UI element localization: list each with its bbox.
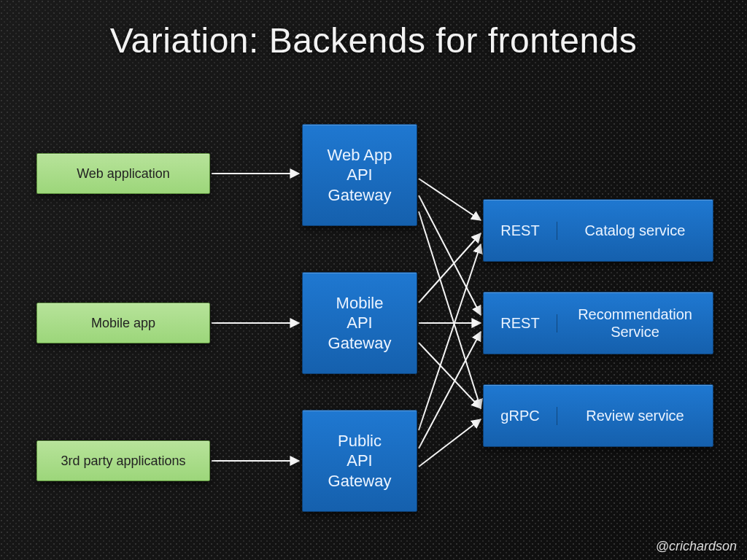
service-recommendation-protocol: REST xyxy=(484,314,557,332)
gateway-public-label: Public API Gateway xyxy=(328,431,392,491)
author-handle: @crichardson xyxy=(656,539,737,554)
gateway-mobile-label: Mobile API Gateway xyxy=(328,293,392,354)
gateway-web-api: Web App API Gateway xyxy=(302,124,417,226)
arrow-webgw-to-review xyxy=(419,211,481,408)
gateway-mobile-api: Mobile API Gateway xyxy=(302,272,417,374)
service-catalog-protocol: REST xyxy=(484,222,557,240)
arrow-publicgw-to-review xyxy=(419,419,481,467)
service-recommendation: REST Recommendation Service xyxy=(483,292,713,354)
client-mobile-label: Mobile app xyxy=(91,316,155,331)
gateway-public-api: Public API Gateway xyxy=(302,410,417,512)
arrow-publicgw-to-catalog xyxy=(419,244,481,430)
service-review: gRPC Review service xyxy=(483,384,713,447)
client-web-label: Web application xyxy=(77,166,170,182)
service-recommendation-name: Recommendation Service xyxy=(557,306,713,341)
service-review-name: Review service xyxy=(557,407,713,424)
gateway-web-label: Web App API Gateway xyxy=(328,145,392,206)
service-review-protocol: gRPC xyxy=(484,407,557,425)
arrow-publicgw-to-recommendation xyxy=(419,332,481,448)
client-third-party: 3rd party applications xyxy=(36,440,210,481)
service-catalog: REST Catalog service xyxy=(483,199,713,262)
arrow-webgw-to-catalog xyxy=(419,179,481,220)
client-third-label: 3rd party applications xyxy=(61,454,185,469)
arrow-mobilegw-to-review xyxy=(419,343,481,408)
client-web-application: Web application xyxy=(36,153,210,194)
service-catalog-name: Catalog service xyxy=(557,222,713,239)
client-mobile-app: Mobile app xyxy=(36,303,210,343)
arrow-webgw-to-recommendation xyxy=(419,195,481,315)
arrow-mobilegw-to-catalog xyxy=(419,233,481,303)
slide-title: Variation: Backends for frontends xyxy=(0,20,747,61)
slide-stage: Variation: Backends for frontends Web ap… xyxy=(0,0,747,560)
